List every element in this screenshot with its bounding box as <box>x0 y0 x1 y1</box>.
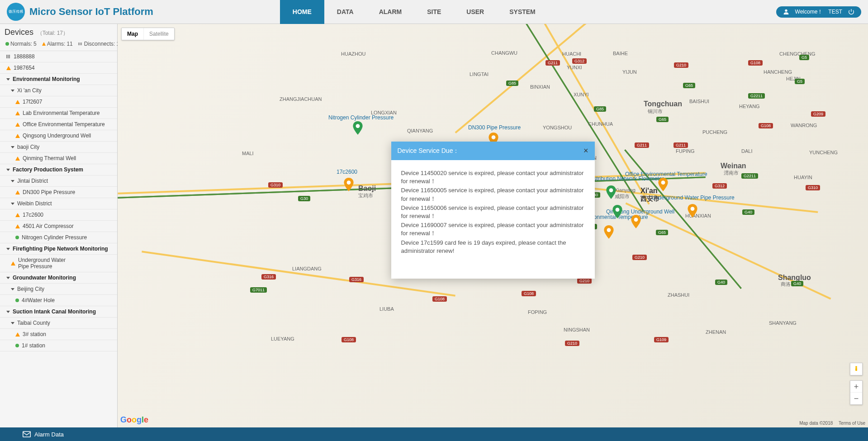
place-label: QIANYANG <box>407 128 433 133</box>
zoom-in[interactable]: + <box>850 381 862 393</box>
tree-item[interactable]: 4#Water Hole <box>0 295 117 306</box>
tree-item[interactable]: Underground WaterPipe Pressure <box>0 255 117 272</box>
tree-item[interactable]: Lab Environmental Temperature <box>0 108 117 119</box>
svg-point-6 <box>616 208 620 212</box>
place-label: LIANGDANG <box>292 266 322 271</box>
device-map-label[interactable]: Nitrogen Cylinder Pressure <box>328 114 394 121</box>
chevron-down-icon <box>11 146 14 148</box>
map-pin[interactable] <box>604 225 614 239</box>
road-shield: G210 <box>565 341 579 346</box>
svg-point-4 <box>609 188 613 192</box>
tree-item-label: Underground WaterPipe Pressure <box>18 257 66 270</box>
tree-item[interactable]: Beijing City <box>0 284 117 295</box>
map-type-toggle[interactable]: Map Satellite <box>121 28 175 40</box>
nav-data[interactable]: DATA <box>324 0 366 24</box>
road-shield: G65 <box>656 117 669 122</box>
tree-item[interactable]: 1888888 <box>0 51 117 62</box>
tree-item[interactable]: 17f2607 <box>0 96 117 108</box>
tree-item[interactable]: Xi 'an City <box>0 85 117 96</box>
nav-home[interactable]: HOME <box>280 0 324 24</box>
road-shield: G209 <box>811 111 825 117</box>
footer-label[interactable]: Alarm Data <box>34 431 64 438</box>
map[interactable]: Map Satellite HUAZHOUCHANGWULINGTAIYUNXI… <box>118 24 868 427</box>
tree-item[interactable]: 1987654 <box>0 62 117 74</box>
tree-item-label: Lab Environmental Temperature <box>23 110 100 116</box>
tree-item[interactable]: 3# station <box>0 329 117 340</box>
tree-item-label: 3# station <box>23 331 46 337</box>
tree-item[interactable]: Qingsong Underground Well <box>0 130 117 142</box>
tree-item-label: Jintai District <box>17 178 48 184</box>
alarm-icon <box>15 213 20 217</box>
tree-item[interactable]: Groundwater Monitoring <box>0 272 117 284</box>
mail-icon <box>23 431 31 437</box>
logo-block: 微压传感 Micro Sensor IoT Platform <box>7 3 153 21</box>
map-pin[interactable] <box>612 205 622 218</box>
map-pin[interactable] <box>688 204 697 218</box>
road-shield: G7011 <box>250 287 267 293</box>
map-type-map[interactable]: Map <box>122 28 143 40</box>
map-pin[interactable] <box>631 215 641 228</box>
nav-site[interactable]: SITE <box>414 0 454 24</box>
close-icon[interactable]: × <box>583 146 588 156</box>
place-label: Xianyang <box>615 187 636 193</box>
terms-link[interactable]: Terms of Use <box>839 421 865 426</box>
tree-item[interactable]: Weibin District <box>0 198 117 209</box>
device-map-label[interactable]: 17c2600 <box>337 169 357 175</box>
svg-point-1 <box>356 124 360 128</box>
tree-item[interactable]: 1# station <box>0 340 117 351</box>
road-shield: G211 <box>635 142 649 148</box>
map-type-satellite[interactable]: Satellite <box>143 28 174 40</box>
tree-item-label: 17c2600 <box>23 212 43 218</box>
zoom-out[interactable]: − <box>850 393 862 404</box>
tree-item[interactable]: Jintai District <box>0 175 117 187</box>
device-map-label[interactable]: DN300 Pipe Pressure <box>468 124 521 131</box>
xian-label: Xi'an 西安市 <box>640 187 659 203</box>
tree-item[interactable]: Environmental Monitoring <box>0 74 117 85</box>
road-shield: G85 <box>594 106 606 112</box>
tree-item[interactable]: Taibai County <box>0 318 117 329</box>
alarm-icon <box>15 156 20 161</box>
tree-item-label: 4#Water Hole <box>22 297 55 303</box>
road-shield: G108 <box>342 337 356 342</box>
place-label: YIJUN <box>622 69 637 75</box>
modal-title: Device Service Due： <box>398 147 460 155</box>
power-icon[interactable] <box>848 8 855 15</box>
chevron-down-icon <box>6 78 10 81</box>
tree-item[interactable]: Firefighting Pipe Network Monitoring <box>0 243 117 255</box>
alarm-icon <box>15 332 20 337</box>
map-pin[interactable] <box>606 185 616 199</box>
alarm-icon <box>11 261 15 266</box>
tree-item-label: Factory Production System <box>13 166 83 173</box>
tree-item[interactable]: 17c2600 <box>0 209 117 221</box>
tree-item[interactable]: Qinming Thermal Well <box>0 153 117 164</box>
map-pin[interactable] <box>658 178 668 191</box>
nav-user[interactable]: USER <box>454 0 497 24</box>
svg-rect-12 <box>23 432 31 437</box>
svg-point-2 <box>492 135 496 139</box>
tree-item[interactable]: 4501 Air Compressor <box>0 221 117 232</box>
place-label: YONGSHOU <box>543 125 572 130</box>
nav-alarm[interactable]: ALARM <box>366 0 415 24</box>
chevron-down-icon <box>11 288 14 290</box>
nav-system[interactable]: SYSTEM <box>497 0 548 24</box>
tree-item[interactable]: DN300 Pipe Pressure <box>0 187 117 198</box>
tree-item[interactable]: Suction Intank Canal Monitoring <box>0 306 117 318</box>
device-map-label[interactable]: Underground Water Pipe Pressure <box>651 194 735 201</box>
alarm-icon <box>15 111 20 115</box>
place-label: BAIHE <box>613 51 628 56</box>
pegman[interactable] <box>850 363 863 375</box>
normal-icon <box>5 42 9 46</box>
device-tree[interactable]: 18888881987654Environmental MonitoringXi… <box>0 51 117 427</box>
chevron-down-icon <box>6 277 10 279</box>
road-shield: G312 <box>572 58 587 64</box>
place-label: 咸阳市 <box>615 193 630 200</box>
tree-item[interactable]: Nitrogen Cylinder Pressure <box>0 232 117 243</box>
map-pin[interactable] <box>353 121 363 135</box>
tree-item[interactable]: Factory Production System <box>0 164 117 175</box>
map-pin[interactable] <box>344 178 354 191</box>
sidebar: Devices （Total: 17） Normals: 5 Alarms: 1… <box>0 24 118 427</box>
tree-item[interactable]: Office Environmental Temperature <box>0 119 117 130</box>
disconnect-icon <box>78 43 83 45</box>
modal-message: Device 11650006 service is expired, plea… <box>401 204 585 220</box>
tree-item[interactable]: baoji City <box>0 142 117 153</box>
